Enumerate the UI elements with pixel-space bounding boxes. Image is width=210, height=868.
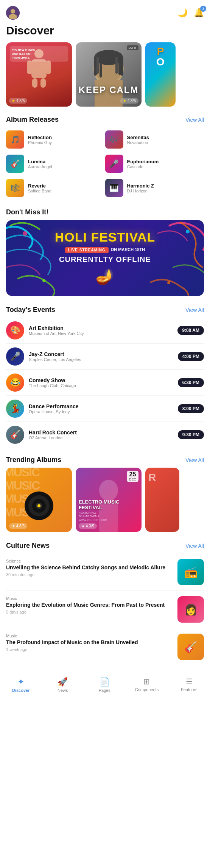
trending-card-2[interactable]: 25 DEC ELECTRO MUSICFESTIVAL FEATURINGDJ… [76, 468, 142, 532]
event-thumb-art: 🎨 [6, 321, 24, 339]
album-thumb-harmonicz: 🎹 [105, 179, 123, 197]
svg-point-22 [167, 281, 170, 284]
news-article-2[interactable]: Music Exploring the Evolution of Music G… [6, 591, 204, 628]
event-venue-rock: O2 Arena, London [29, 436, 173, 440]
event-hard-rock[interactable]: 🎸 Hard Rock Concert O2 Arena, London 9:3… [6, 422, 204, 448]
svg-rect-7 [32, 78, 37, 88]
discover-icon: ✦ [17, 677, 24, 687]
svg-point-21 [42, 279, 45, 282]
culture-news-header: Culture News View All [0, 539, 210, 553]
avatar[interactable] [6, 6, 20, 20]
event-venue-comedy: The Laugh Club, Chicago [29, 383, 173, 388]
album-thumb-lumina: 🎸 [6, 155, 24, 173]
dont-miss-header: Don't Miss It! [0, 206, 210, 220]
trending-card-3[interactable]: R [145, 468, 179, 532]
album-info-lumina: Lumina Aurora Angel [28, 159, 105, 169]
event-art-exhibition[interactable]: 🎨 Art Exhibition Museum of Art, New York… [6, 318, 204, 344]
nav-discover[interactable]: ✦ Discover [9, 677, 32, 693]
trending-card-1[interactable]: MUSICMUSICMUSICMUSIC ★ 4.8/5 [6, 468, 72, 532]
event-name-dance: Dance Performance [29, 403, 173, 409]
news-time-2: 5 days ago [6, 610, 173, 614]
trending-view-all[interactable]: View All [185, 457, 204, 463]
event-time-comedy: 6:30 PM [178, 378, 204, 387]
album-item-harmonicz[interactable]: 🎹 Harmonic Z DJ Horizon [105, 176, 204, 200]
bell-icon[interactable]: 🔔 3 [194, 8, 204, 18]
album-name-lumina: Lumina [28, 159, 105, 164]
featured-card-2[interactable]: KEEP CALM DO IT ★ 4.3/5 [76, 42, 142, 107]
svg-rect-14 [120, 57, 123, 76]
svg-point-20 [186, 230, 190, 234]
holi-banner[interactable]: HOLI FESTIVAL LIVE STREAMING ON MARCH 18… [6, 220, 204, 296]
album-name-euphorianum: Euphorianum [127, 159, 204, 164]
bottom-nav: ✦ Discover 🚀 News 📄 Pages ⊞ Components ☰… [0, 673, 210, 700]
featured-card-3[interactable]: P O [145, 42, 176, 107]
nav-pages[interactable]: 📄 Pages [93, 677, 116, 693]
nav-label-pages: Pages [99, 688, 110, 693]
culture-news-view-all[interactable]: View All [185, 543, 204, 549]
news-article-1[interactable]: Science Unveiling the Science Behind Cat… [6, 553, 204, 591]
album-name-harmonicz: Harmonic Z [127, 183, 204, 189]
news-category-3: Music [6, 634, 173, 638]
news-content-1: Science Unveiling the Science Behind Cat… [6, 559, 173, 577]
news-list: Science Unveiling the Science Behind Cat… [0, 553, 210, 673]
news-title-2: Exploring the Evolution of Music Genres:… [6, 601, 173, 608]
news-category-2: Music [6, 596, 173, 601]
album-item-serenitas[interactable]: 🎶 Serenitas Novanation [105, 127, 204, 152]
event-thumb-dance: 💃 [6, 400, 24, 418]
nav-components[interactable]: ⊞ Components [135, 677, 159, 693]
header: 🌙 🔔 3 [0, 0, 210, 23]
album-item-reflection[interactable]: 🎵 Reflection Phoenix Guy [6, 127, 105, 152]
nav-label-features: Features [181, 687, 197, 692]
news-title-3: The Profound Impact of Music on the Brai… [6, 639, 173, 646]
notification-badge: 3 [200, 6, 206, 12]
event-dance-performance[interactable]: 💃 Dance Performance Opera House, Sydney … [6, 396, 204, 422]
album-info-serenitas: Serenitas Novanation [127, 135, 204, 145]
event-name-comedy: Comedy Show [29, 377, 173, 383]
events-view-all[interactable]: View All [185, 307, 204, 313]
svg-point-28 [99, 480, 118, 501]
dont-miss-section: HOLI FESTIVAL LIVE STREAMING ON MARCH 18… [0, 220, 210, 304]
featured-carousel: TRY NEW THINGSAND TEST OUTYOUR LIMITS. ★… [0, 42, 210, 113]
featured-card-1[interactable]: TRY NEW THINGSAND TEST OUTYOUR LIMITS. ★… [6, 42, 72, 107]
album-name-serenitas: Serenitas [127, 135, 204, 140]
nav-features[interactable]: ☰ Features [178, 677, 201, 693]
event-venue-art: Museum of Art, New York City [29, 331, 173, 336]
news-article-3[interactable]: Music The Profound Impact of Music on th… [6, 628, 204, 665]
album-thumb-euphorianum: 🎤 [105, 155, 123, 173]
event-comedy-show[interactable]: 😂 Comedy Show The Laugh Club, Chicago 6:… [6, 370, 204, 396]
components-icon: ⊞ [143, 677, 150, 686]
event-venue-dance: Opera House, Sydney [29, 409, 173, 414]
album-releases-view-all[interactable]: View All [185, 117, 204, 123]
trending-card-1-rating: ★ 4.8/5 [9, 523, 27, 529]
event-time-rock: 9:30 PM [178, 430, 204, 439]
album-artist-harmonicz: DJ Horizon [127, 189, 204, 193]
culture-news-title: Culture News [6, 542, 50, 550]
album-artist-lumina: Aurora Angel [28, 164, 105, 169]
nav-news[interactable]: 🚀 News [51, 677, 74, 693]
event-jayz-concert[interactable]: 🎤 Jay-Z Concert Staples Center, Los Ange… [6, 344, 204, 370]
event-info-jayz: Jay-Z Concert Staples Center, Los Angele… [29, 351, 173, 362]
svg-rect-16 [100, 57, 102, 78]
album-info-harmonicz: Harmonic Z DJ Horizon [127, 183, 204, 193]
album-item-reverie[interactable]: 🎼 Reverie Soltice Band [6, 176, 105, 200]
svg-rect-5 [27, 60, 32, 74]
svg-point-1 [11, 9, 15, 14]
moon-icon[interactable]: 🌙 [177, 8, 188, 18]
trending-card-2-rating: ★ 4.3/5 [79, 523, 97, 529]
event-time-jayz: 4:00 PM [178, 352, 204, 361]
trending-card-2-content: ELECTRO MUSICFESTIVAL FEATURINGDJ HARDWA… [79, 499, 138, 521]
album-info-euphorianum: Euphorianum Cascade [127, 159, 204, 169]
svg-rect-18 [118, 57, 121, 75]
album-releases-header: Album Releases View All [0, 113, 210, 127]
album-item-euphorianum[interactable]: 🎤 Euphorianum Cascade [105, 152, 204, 176]
trending-header: Trending Albums View All [0, 454, 210, 468]
event-info-rock: Hard Rock Concert O2 Arena, London [29, 429, 173, 440]
pages-icon: 📄 [100, 677, 110, 687]
album-item-lumina[interactable]: 🎸 Lumina Aurora Angel [6, 152, 105, 176]
event-info-comedy: Comedy Show The Laugh Club, Chicago [29, 377, 173, 388]
event-thumb-rock: 🎸 [6, 426, 24, 444]
nav-label-news: News [58, 688, 68, 693]
news-time-1: 30 minutes ago [6, 572, 173, 577]
event-thumb-comedy: 😂 [6, 374, 24, 392]
holi-status: CURRENTLTY OFFLINE [55, 255, 155, 264]
